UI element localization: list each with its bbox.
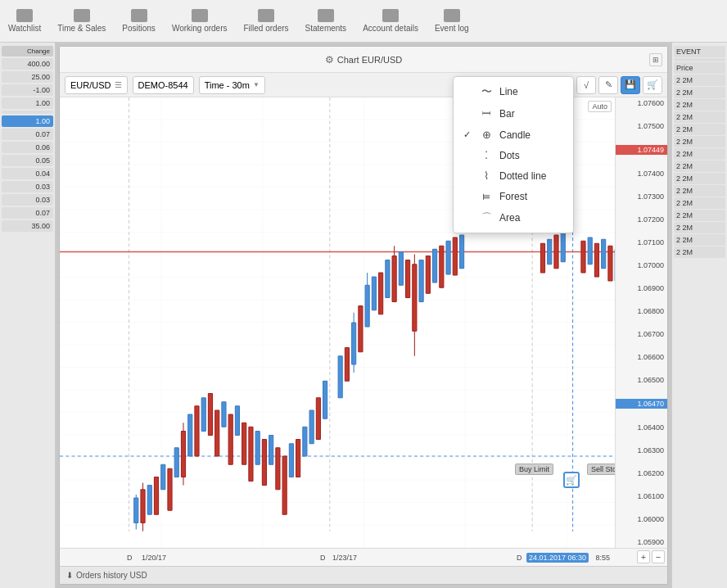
toolbar-event-log[interactable]: Event log — [435, 9, 469, 33]
sidebar-change-label: Change — [2, 46, 53, 57]
svg-rect-52 — [372, 277, 376, 310]
svg-rect-24 — [195, 406, 199, 456]
toolbar-time-sales[interactable]: Time & Sales — [57, 9, 106, 33]
svg-rect-53 — [379, 273, 383, 314]
save-tool-button[interactable]: 💾 — [621, 76, 640, 94]
sidebar-row-7: 0.07 — [2, 129, 53, 140]
right-panel-r8: 2 2M — [674, 161, 725, 172]
dots-label: Dots — [499, 150, 520, 161]
svg-rect-40 — [303, 427, 307, 456]
timeframe-label: Time - 30m — [205, 80, 250, 90]
right-panel-r6: 2 2M — [674, 136, 725, 147]
candle-check: ✓ — [463, 129, 473, 140]
svg-rect-29 — [228, 414, 233, 464]
working-orders-icon — [192, 9, 208, 22]
svg-rect-77 — [608, 246, 612, 281]
svg-rect-20 — [181, 431, 185, 477]
zoom-out-button[interactable]: − — [652, 550, 665, 563]
svg-rect-69 — [540, 243, 544, 273]
chart-type-candle[interactable]: ✓ ⊕ Candle — [454, 124, 573, 145]
svg-rect-36 — [276, 448, 280, 490]
line-icon: 〜 — [480, 84, 493, 99]
toolbar-account-details[interactable]: Account details — [363, 9, 418, 33]
candle-label: Candle — [499, 129, 531, 141]
order-history-bar: ⬇ Orders history USD — [60, 566, 667, 584]
chart-container: ⚙ Chart EUR/USD ⊞ EUR/USD ☰ DEMO-8544 Ti… — [59, 46, 668, 585]
bar-label: Bar — [499, 108, 515, 120]
positions-icon — [131, 9, 147, 22]
price-1.06100: 1.06100 — [616, 492, 667, 500]
account-label: DEMO-8544 — [138, 80, 188, 90]
svg-rect-45 — [345, 348, 349, 382]
svg-rect-71 — [554, 235, 558, 269]
chart-body[interactable]: Auto — [60, 97, 667, 548]
price-1.06800: 1.06800 — [616, 307, 667, 315]
svg-rect-39 — [296, 440, 300, 477]
toolbar-working-orders[interactable]: Working orders — [172, 9, 228, 33]
cart-tool-button[interactable]: 🛒 — [643, 76, 662, 94]
price-1.06600: 1.06600 — [616, 353, 667, 361]
price-1.07500: 1.07500 — [616, 122, 667, 130]
chart-header: ⚙ Chart EUR/USD ⊞ — [60, 47, 667, 73]
price-1.07449: 1.07449 — [616, 145, 667, 155]
pencil-tool-button[interactable]: ✎ — [598, 76, 618, 94]
dotted-line-icon: ⌇ — [480, 170, 493, 182]
chart-type-forest[interactable]: ⫢ Forest — [454, 186, 573, 206]
price-1.06200: 1.06200 — [616, 469, 667, 477]
right-panel-r5: 2 2M — [674, 124, 725, 135]
svg-rect-28 — [222, 402, 226, 427]
order-drag-handle[interactable]: 🛒 — [563, 472, 580, 488]
pair-selector[interactable]: EUR/USD ☰ — [65, 76, 128, 94]
toolbar-statements[interactable]: Statements — [305, 9, 347, 33]
right-panel-price: Price — [674, 62, 725, 74]
chart-type-dotted-line[interactable]: ⌇ Dotted line — [454, 165, 573, 186]
chart-type-area[interactable]: ⌒ Area — [454, 206, 573, 229]
svg-rect-70 — [548, 239, 552, 265]
toolbar-account-details-label: Account details — [363, 24, 418, 33]
expand-icon[interactable]: ⊞ — [649, 53, 662, 66]
price-1.06470: 1.06470 — [616, 399, 667, 409]
date-1-23: 1/23/17 — [332, 554, 357, 562]
buy-limit-label: Buy Limit — [515, 464, 553, 475]
svg-rect-23 — [188, 414, 192, 456]
zoom-in-button[interactable]: + — [637, 550, 650, 563]
right-panel-r12: 2 2M — [674, 210, 725, 221]
svg-rect-73 — [581, 241, 585, 273]
svg-rect-49 — [359, 306, 363, 352]
main-area: Change 400.00 25.00 -1.00 1.00 1.00 0.07… — [0, 43, 727, 588]
right-panel-r2: 2 2M — [674, 87, 725, 98]
account-details-icon — [382, 9, 399, 22]
price-1.07600: 1.07600 — [616, 99, 667, 107]
time-axis: D 1/20/17 D 1/23/17 D 24.01.2017 06:30 8… — [60, 548, 667, 566]
date-1-20: 1/20/17 — [142, 554, 166, 562]
sidebar-row-2: 25.00 — [2, 71, 53, 83]
toolbar-positions[interactable]: Positions — [122, 9, 156, 33]
price-1.06000: 1.06000 — [616, 515, 667, 523]
svg-rect-12 — [141, 490, 145, 523]
event-log-icon — [444, 9, 460, 22]
svg-rect-41 — [309, 410, 314, 444]
timeframe-arrow-icon: ▼ — [253, 81, 260, 88]
chart-type-dots[interactable]: ⁚ Dots — [454, 145, 573, 165]
toolbar-watchlist[interactable]: Watchlist — [8, 9, 41, 33]
chart-type-bar[interactable]: 𝄩 Bar — [454, 103, 573, 124]
filled-orders-icon — [258, 9, 274, 22]
svg-rect-46 — [352, 323, 356, 364]
toolbar-filled-orders[interactable]: Filled orders — [244, 9, 289, 33]
right-panel-r9: 2 2M — [674, 173, 725, 184]
price-1.07100: 1.07100 — [616, 238, 667, 247]
chart-type-line[interactable]: 〜 Line — [454, 80, 573, 103]
pair-menu-icon: ☰ — [115, 80, 122, 89]
sqrt-tool-button[interactable]: √ — [576, 76, 596, 94]
right-panel: EVENT Price 2 2M 2 2M 2 2M 2 2M 2 2M 2 2… — [671, 43, 727, 588]
price-1.06500: 1.06500 — [616, 376, 667, 384]
account-selector[interactable]: DEMO-8544 — [133, 76, 194, 94]
toolbar-event-log-label: Event log — [435, 24, 469, 33]
svg-rect-67 — [453, 237, 457, 275]
order-history-icon: ⬇ — [66, 571, 73, 580]
timeframe-selector[interactable]: Time - 30m ▼ — [199, 76, 265, 94]
right-panel-r7: 2 2M — [674, 148, 725, 160]
svg-rect-50 — [365, 285, 369, 327]
date-1-24-highlight: 24.01.2017 06:30 — [526, 553, 589, 563]
bar-icon: 𝄩 — [480, 107, 493, 120]
